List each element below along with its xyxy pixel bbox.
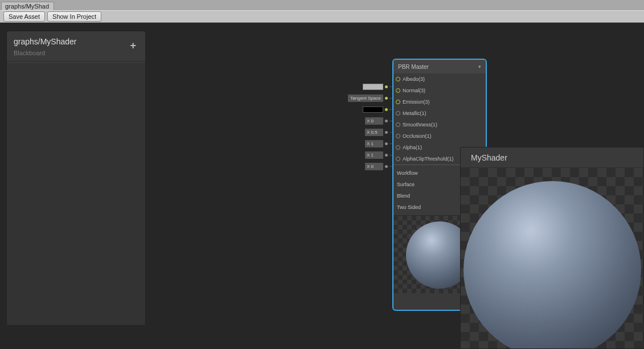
numeric-input[interactable]: X 0 <box>365 163 383 170</box>
external-input-row: X 1– <box>344 149 392 161</box>
albedo-color-swatch[interactable] <box>363 84 383 90</box>
port-label: Emission(3) <box>403 99 430 105</box>
port-label: Normal(3) <box>403 88 425 93</box>
input-port-icon[interactable] <box>396 77 400 81</box>
output-port-icon[interactable] <box>385 131 388 134</box>
window-tab[interactable]: graphs/MyShad <box>1 2 54 10</box>
numeric-input[interactable]: X 1 <box>365 151 383 159</box>
input-port-icon[interactable] <box>396 100 400 104</box>
blackboard-header: graphs/MyShader Blackboard + <box>7 31 145 61</box>
node-port-row: Metallic(1) <box>393 108 486 119</box>
node-external-inputs: –Tangent Space––X 0–X 0.5–X 1–X 1–X 0– <box>344 81 392 172</box>
preview-window-header[interactable]: MyShader <box>461 147 643 168</box>
external-input-row: X 0– <box>344 115 392 126</box>
window-tab-label: graphs/MyShad <box>5 3 49 10</box>
node-port-row: Occlusion(1) <box>393 130 486 142</box>
external-input-row: – <box>344 81 392 92</box>
preview-window[interactable]: MyShader <box>460 147 644 349</box>
numeric-input[interactable]: X 1 <box>365 140 383 147</box>
normal-space-dropdown[interactable]: Tangent Space <box>348 95 383 102</box>
port-label: Albedo(3) <box>403 76 425 82</box>
external-input-row: Tangent Space– <box>344 92 392 104</box>
titlebar: graphs/MyShad <box>0 0 644 10</box>
port-label: Occlusion(1) <box>403 133 432 139</box>
external-input-row: – <box>344 104 392 115</box>
port-label: AlphaClipThreshold(1) <box>403 156 454 162</box>
numeric-input[interactable]: X 0.5 <box>365 129 383 136</box>
preview-window-title: MyShader <box>471 153 507 162</box>
emission-color-swatch[interactable] <box>363 106 383 113</box>
save-asset-button[interactable]: Save Asset <box>3 11 45 22</box>
output-port-icon[interactable] <box>385 154 388 157</box>
input-port-icon[interactable] <box>396 88 400 93</box>
port-label: Metallic(1) <box>403 110 426 116</box>
node-port-row: Emission(3) <box>393 96 486 108</box>
input-port-icon[interactable] <box>396 157 400 161</box>
node-title: PBR Master <box>398 64 429 70</box>
port-label: Alpha(1) <box>403 145 422 150</box>
output-port-icon[interactable] <box>385 108 388 111</box>
external-input-row: X 0– <box>344 161 392 172</box>
external-input-row: X 0.5– <box>344 126 392 138</box>
node-header[interactable]: PBR Master ▾ <box>393 60 486 73</box>
external-input-row: X 1– <box>344 138 392 149</box>
output-port-icon[interactable] <box>385 97 388 100</box>
input-port-icon[interactable] <box>396 145 400 150</box>
blackboard-add-button[interactable]: + <box>128 40 138 51</box>
show-in-project-button[interactable]: Show In Project <box>47 11 101 22</box>
chevron-down-icon[interactable]: ▾ <box>478 64 481 69</box>
blackboard-body <box>7 63 145 325</box>
setting-label: Two Sided <box>397 204 421 210</box>
preview-sphere-large <box>463 181 641 349</box>
preview-window-body <box>461 168 643 348</box>
blackboard-panel[interactable]: graphs/MyShader Blackboard + <box>6 31 146 326</box>
port-label: Smoothness(1) <box>403 122 437 128</box>
blackboard-subtitle: Blackboard <box>14 50 128 56</box>
input-port-icon[interactable] <box>396 122 400 127</box>
blackboard-title: graphs/MyShader <box>14 37 128 46</box>
node-port-row: Normal(3) <box>393 85 486 96</box>
input-port-icon[interactable] <box>396 134 400 138</box>
setting-label: Workflow <box>397 170 418 176</box>
setting-label: Surface <box>397 182 415 187</box>
output-port-icon[interactable] <box>385 142 388 145</box>
numeric-input[interactable]: X 0 <box>365 117 383 125</box>
output-port-icon[interactable] <box>385 165 388 168</box>
output-port-icon[interactable] <box>385 85 388 88</box>
toolbar: Save Asset Show In Project <box>0 10 644 23</box>
node-port-row: Smoothness(1) <box>393 119 486 130</box>
setting-label: Blend <box>397 193 410 199</box>
node-port-row: Albedo(3) <box>393 73 486 85</box>
input-port-icon[interactable] <box>396 111 400 116</box>
output-port-icon[interactable] <box>385 120 388 122</box>
